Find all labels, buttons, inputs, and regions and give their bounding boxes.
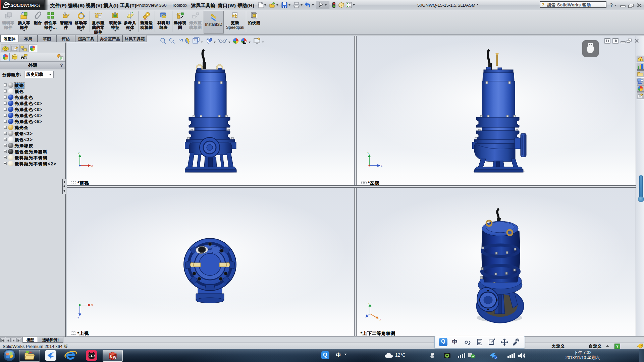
svg-text:Y: Y [367,152,369,155]
svg-text:W: W [113,356,116,360]
svg-text:Z: Z [381,164,382,167]
svg-text:X: X [379,318,381,321]
svg-text:S: S [110,355,112,359]
svg-text:X: X [91,164,93,167]
svg-text:Y: Y [368,302,370,305]
svg-text:Y: Y [78,152,80,155]
svg-text:Z: Z [77,317,79,320]
svg-text:X: X [91,304,93,307]
svg-text:?: ? [610,2,613,8]
